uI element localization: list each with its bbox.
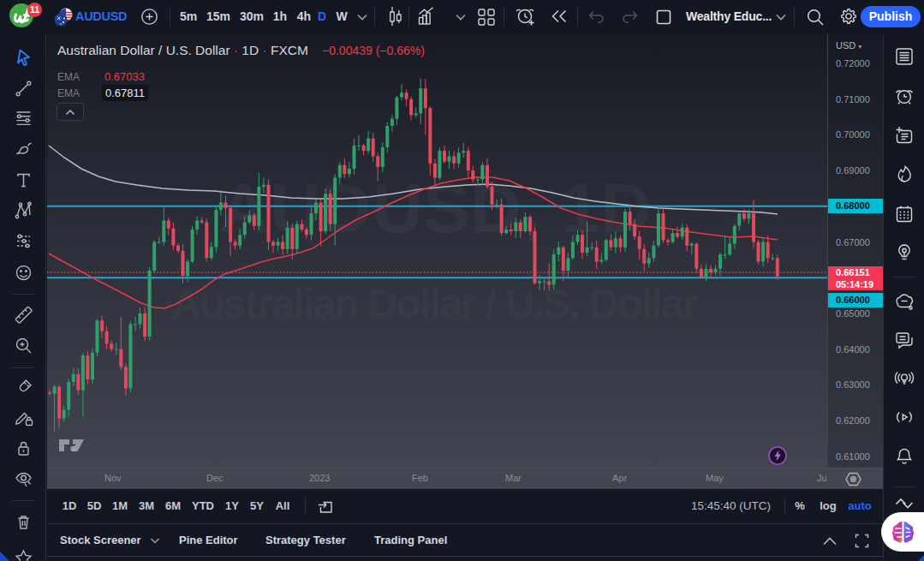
svg-text:11: 11 — [30, 4, 39, 15]
svg-text:Australian Dollar / U.S. Dolla: Australian Dollar / U.S. Dollar — [172, 281, 699, 326]
